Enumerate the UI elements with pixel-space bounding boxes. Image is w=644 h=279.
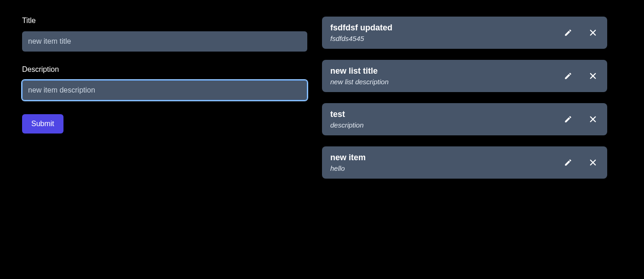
item-title: test <box>330 110 364 119</box>
title-field-group: Title <box>22 17 307 52</box>
description-input[interactable] <box>22 80 307 100</box>
item-description: fsdfds4545 <box>330 35 392 42</box>
description-label: Description <box>22 65 307 74</box>
edit-button[interactable] <box>562 27 574 39</box>
form-panel: Title Description Submit <box>22 17 307 190</box>
delete-button[interactable] <box>587 113 599 125</box>
close-icon <box>589 29 597 37</box>
title-label: Title <box>22 17 307 25</box>
delete-button[interactable] <box>587 27 599 39</box>
item-text: new list title new list description <box>330 66 389 86</box>
description-field-group: Description <box>22 65 307 100</box>
item-text: test description <box>330 110 364 129</box>
item-actions <box>562 27 599 39</box>
pencil-icon <box>564 72 572 80</box>
list-item: new list title new list description <box>322 60 607 92</box>
submit-button[interactable]: Submit <box>22 114 63 134</box>
list-item: new item hello <box>322 146 607 179</box>
item-actions <box>562 113 599 125</box>
close-icon <box>589 115 597 123</box>
item-actions <box>562 157 599 169</box>
item-title: new list title <box>330 66 389 76</box>
pencil-icon <box>564 29 572 37</box>
item-description: new list description <box>330 78 389 86</box>
item-actions <box>562 70 599 82</box>
item-title: new item <box>330 153 366 163</box>
item-description: description <box>330 121 364 129</box>
item-text: new item hello <box>330 153 366 172</box>
pencil-icon <box>564 115 572 123</box>
edit-button[interactable] <box>562 113 574 125</box>
close-icon <box>589 158 597 167</box>
delete-button[interactable] <box>587 70 599 82</box>
close-icon <box>589 72 597 80</box>
list-item: test description <box>322 103 607 135</box>
item-text: fsdfdsf updated fsdfds4545 <box>330 23 392 42</box>
edit-button[interactable] <box>562 70 574 82</box>
delete-button[interactable] <box>587 157 599 169</box>
pencil-icon <box>564 158 572 167</box>
items-panel: fsdfdsf updated fsdfds4545 new list titl… <box>322 17 607 190</box>
item-description: hello <box>330 164 366 172</box>
title-input[interactable] <box>22 31 307 52</box>
edit-button[interactable] <box>562 157 574 169</box>
item-title: fsdfdsf updated <box>330 23 392 33</box>
list-item: fsdfdsf updated fsdfds4545 <box>322 17 607 49</box>
